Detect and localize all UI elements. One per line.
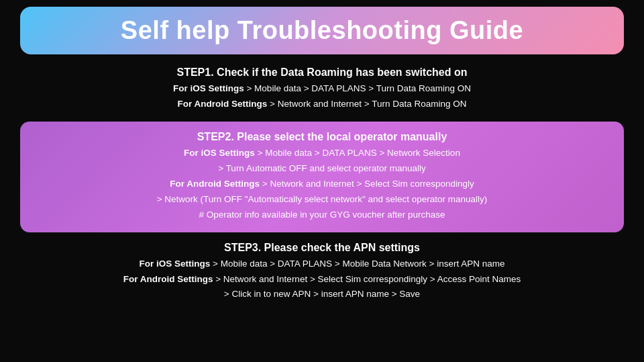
step1-android-label: For Android Settings xyxy=(178,99,268,109)
step2-android-label: For Android Settings xyxy=(170,179,260,189)
step3-section: STEP3. Please check the APN settings For… xyxy=(20,242,624,303)
step2-section: STEP2. Please select the local operator … xyxy=(20,122,624,232)
step3-ios-rest: > Mobile data > DATA PLANS > Mobile Data… xyxy=(210,259,504,269)
step2-android-rest: > Network and Internet > Select Sim corr… xyxy=(260,179,474,189)
step3-line1: For iOS Settings > Mobile data > DATA PL… xyxy=(20,257,624,272)
step2-ios-rest: > Mobile data > DATA PLANS > Network Sel… xyxy=(255,148,460,158)
step3-android-label: For Android Settings xyxy=(123,274,213,284)
step3-android-rest: > Network and Internet > Select Sim corr… xyxy=(213,274,521,284)
step1-android-rest: > Network and Internet > Turn Data Roami… xyxy=(267,99,466,109)
step2-line2: > Turn Automatic OFF and select operator… xyxy=(34,161,610,177)
page-title: Self help Troubleshooting Guide xyxy=(121,16,523,44)
step3-ios-label: For iOS Settings xyxy=(140,259,211,269)
step2-line3: For Android Settings > Network and Inter… xyxy=(34,177,610,192)
step1-section: STEP1. Check if the Data Roaming has bee… xyxy=(20,66,624,112)
step1-line2: For Android Settings > Network and Inter… xyxy=(20,97,624,112)
step3-line2: For Android Settings > Network and Inter… xyxy=(20,272,624,287)
step1-line1: For iOS Settings > Mobile data > DATA PL… xyxy=(20,81,624,97)
title-box: Self help Troubleshooting Guide xyxy=(20,7,624,54)
step3-line3: > Click in to new APN > insert APN name … xyxy=(20,287,624,302)
step2-line1: For iOS Settings > Mobile data > DATA PL… xyxy=(34,146,610,161)
step2-ios-label: For iOS Settings xyxy=(184,148,255,158)
step2-line5: # Operator info available in your GYG vo… xyxy=(34,208,610,223)
step1-ios-rest: > Mobile data > DATA PLANS > Turn Data R… xyxy=(244,83,471,93)
step1-ios-label: For iOS Settings xyxy=(173,83,244,93)
step2-line4: > Network (Turn OFF "Automatically selec… xyxy=(34,192,610,208)
step1-title: STEP1. Check if the Data Roaming has bee… xyxy=(20,66,624,79)
step2-title: STEP2. Please select the local operator … xyxy=(34,131,610,143)
step3-title: STEP3. Please check the APN settings xyxy=(20,242,624,254)
